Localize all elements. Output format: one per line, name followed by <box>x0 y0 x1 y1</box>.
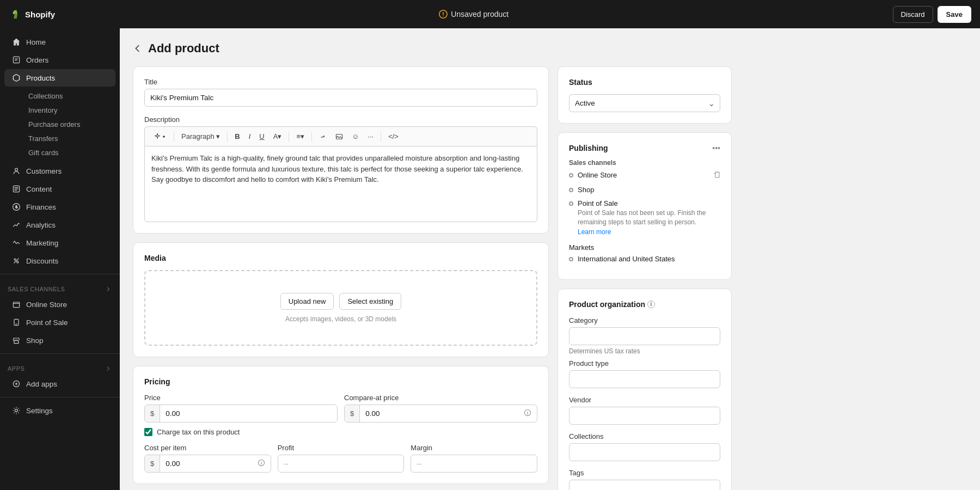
vendor-input[interactable] <box>569 407 720 425</box>
discounts-icon <box>12 256 21 265</box>
toolbar-separator-1 <box>174 132 174 142</box>
toolbar-separator-3 <box>289 132 289 142</box>
description-content[interactable]: Kiki's Premium Talc is a high-quality, f… <box>144 146 537 222</box>
compare-price-field: Compare-at price $ <box>344 394 537 422</box>
page-header: Add product <box>133 41 967 56</box>
category-input[interactable] <box>569 327 720 345</box>
vendor-label: Vendor <box>569 396 720 404</box>
cost-input[interactable] <box>160 455 252 472</box>
tags-label: Tags <box>569 469 720 477</box>
pos-learn-more-link[interactable]: Learn more <box>578 228 611 236</box>
pos-note: Point of Sale has not been set up. Finis… <box>578 209 720 227</box>
sidebar-item-customers[interactable]: Customers <box>4 162 115 180</box>
sidebar-item-discounts[interactable]: Discounts <box>4 252 115 270</box>
toolbar-separator-5 <box>381 132 381 142</box>
collections-input[interactable] <box>569 443 720 461</box>
pricing-card: Pricing Price $ Compare-at price <box>133 366 549 484</box>
title-label: Title <box>144 78 537 86</box>
sidebar-item-orders[interactable]: Orders <box>4 51 115 69</box>
content-icon <box>12 185 21 193</box>
product-type-label: Product type <box>569 359 720 367</box>
finances-icon <box>12 203 21 211</box>
sidebar-sub-transfers[interactable]: Transfers <box>23 132 115 145</box>
sidebar-sub-gift-cards[interactable]: Gift cards <box>23 146 115 160</box>
markets-item: International and United States <box>569 255 720 263</box>
price-label: Price <box>144 394 338 402</box>
add-apps-icon <box>12 379 21 388</box>
title-input[interactable] <box>144 89 537 107</box>
publishing-card: Publishing ••• Sales channels Online Sto… <box>558 132 732 280</box>
sidebar-item-finances[interactable]: Finances <box>4 198 115 216</box>
toolbar-img-btn[interactable] <box>332 131 346 143</box>
sidebar-item-home[interactable]: Home <box>4 33 115 51</box>
chevron-right-icon <box>105 285 112 293</box>
product-type-input[interactable] <box>569 370 720 388</box>
svg-line-9 <box>14 259 19 263</box>
org-info-icon[interactable]: ℹ <box>647 301 655 308</box>
price-grid: Price $ Compare-at price $ <box>144 394 537 422</box>
status-title: Status <box>569 78 720 87</box>
sidebar-item-online-store[interactable]: Online Store <box>4 296 115 313</box>
status-card: Status Active Draft <box>558 66 732 124</box>
margin-label: Margin <box>411 444 537 452</box>
main-content: Add product Title Description <box>120 28 980 490</box>
toolbar-html-btn[interactable]: </> <box>385 130 402 143</box>
toolbar-paragraph-btn[interactable]: Paragraph ▾ <box>178 130 223 143</box>
settings-icon <box>12 406 21 415</box>
orders-icon <box>12 56 21 64</box>
toolbar-emoji-btn[interactable]: ☺ <box>348 130 362 143</box>
charge-tax-label: Charge tax on this product <box>157 428 240 436</box>
sidebar-item-products[interactable]: Products <box>4 69 115 87</box>
editor-toolbar: Paragraph ▾ B I U A▾ ≡▾ <box>144 126 537 146</box>
status-select[interactable]: Active Draft <box>569 94 720 112</box>
topbar-actions: Discard Save <box>893 6 971 23</box>
compare-price-input-wrap: $ <box>344 405 537 422</box>
sidebar-item-add-apps[interactable]: Add apps <box>4 375 115 393</box>
tags-input[interactable] <box>569 480 720 490</box>
toolbar-italic-btn[interactable]: I <box>246 130 254 143</box>
media-upload-zone[interactable]: Upload new Select existing Accepts image… <box>144 270 537 346</box>
toolbar-link-btn[interactable] <box>316 131 330 143</box>
price-currency-symbol: $ <box>145 405 160 422</box>
sidebar-item-settings[interactable]: Settings <box>4 402 115 419</box>
sidebar-sub-collections[interactable]: Collections <box>23 89 115 103</box>
toolbar-more-btn[interactable]: ··· <box>364 130 377 143</box>
upload-new-button[interactable]: Upload new <box>280 293 334 310</box>
pos-info: Point of Sale Point of Sale has not been… <box>578 199 720 236</box>
sidebar: Home Orders Products Collections Invento… <box>0 28 120 490</box>
shop-dot <box>569 188 573 192</box>
profit-value: -- <box>278 455 405 473</box>
online-store-dot <box>569 173 573 177</box>
toolbar-magic-btn[interactable] <box>150 131 170 143</box>
price-input[interactable] <box>160 405 337 422</box>
back-icon[interactable] <box>133 44 143 53</box>
title-description-card: Title Description Paragraph ▾ B <box>133 66 549 234</box>
toolbar-bold-btn[interactable]: B <box>231 130 243 143</box>
copy-link-icon[interactable] <box>713 171 720 180</box>
discard-button[interactable]: Discard <box>893 6 933 23</box>
toolbar-underline-btn[interactable]: U <box>256 130 267 143</box>
status-select-wrap: Active Draft <box>569 94 720 112</box>
sidebar-sub-purchase-orders[interactable]: Purchase orders <box>23 118 115 131</box>
sidebar-item-point-of-sale[interactable]: Point of Sale <box>4 314 115 331</box>
sidebar-item-marketing[interactable]: Marketing <box>4 234 115 252</box>
toolbar-align-btn[interactable]: ≡▾ <box>293 130 308 143</box>
cost-label: Cost per item <box>144 444 271 452</box>
sidebar-item-shop[interactable]: Shop <box>4 332 115 349</box>
compare-price-input[interactable] <box>360 405 518 422</box>
charge-tax-checkbox[interactable] <box>144 428 152 436</box>
save-button[interactable]: Save <box>938 6 971 23</box>
toolbar-color-btn[interactable]: A▾ <box>270 130 285 143</box>
channel-pos: Point of Sale Point of Sale has not been… <box>569 199 720 236</box>
compare-price-help-icon[interactable] <box>518 409 537 418</box>
sidebar-item-analytics[interactable]: Analytics <box>4 216 115 234</box>
select-existing-button[interactable]: Select existing <box>339 293 401 310</box>
page-title: Add product <box>148 41 219 56</box>
cost-help-icon[interactable] <box>252 459 271 468</box>
margin-field: Margin -- <box>411 444 537 473</box>
sidebar-sub-inventory[interactable]: Inventory <box>23 103 115 117</box>
pos-dot <box>569 201 573 206</box>
price-field: Price $ <box>144 394 338 422</box>
publishing-more-icon[interactable]: ••• <box>712 144 720 152</box>
sidebar-item-content[interactable]: Content <box>4 180 115 198</box>
